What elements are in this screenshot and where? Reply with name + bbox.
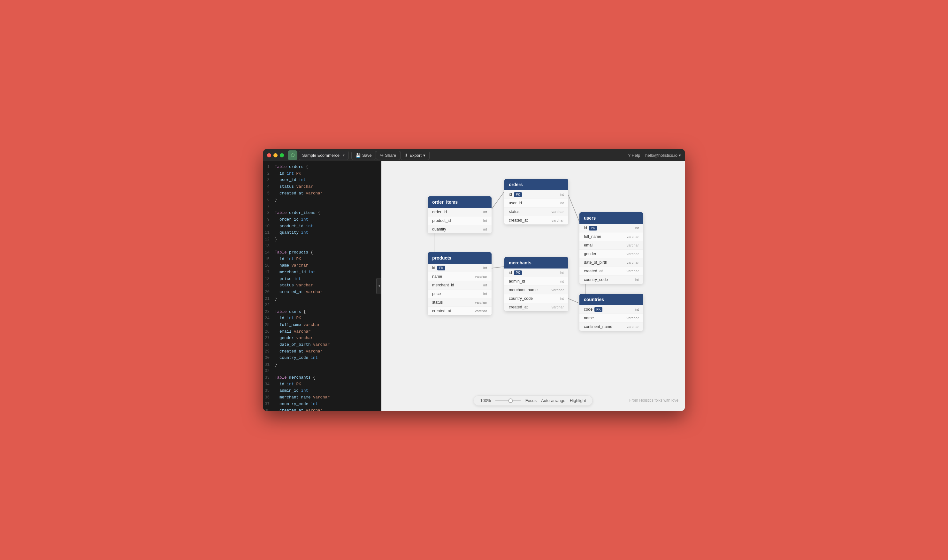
table-merchants[interactable]: merchantsidPKintadmin_idintmerchant_name… [504, 257, 568, 311]
question-icon: ? [628, 153, 630, 158]
collapse-editor-button[interactable]: ◀ [376, 278, 381, 294]
col-name: codePK [584, 307, 603, 312]
col-name: order_id [432, 210, 447, 214]
pk-badge: PK [589, 226, 597, 231]
svg-line-5 [568, 298, 580, 303]
col-name: continent_name [584, 325, 612, 329]
col-name: user_id [509, 201, 522, 205]
table-row: country_codeint [580, 275, 643, 284]
code-line: 37 country_code int [263, 401, 381, 408]
save-icon: 💾 [356, 153, 361, 158]
table-row: date_of_birthvarchar [580, 258, 643, 267]
maximize-button[interactable] [280, 153, 284, 157]
pk-badge: PK [437, 266, 445, 271]
col-type: varchar [475, 309, 487, 313]
table-row: statusvarchar [428, 298, 492, 307]
table-header-merchants: merchants [504, 257, 568, 269]
table-row: idPKint [504, 269, 568, 277]
table-row: country_codeint [504, 294, 568, 303]
code-line: 11 quantity int [263, 229, 381, 236]
focus-button[interactable]: Focus [526, 398, 536, 403]
col-name: created_at [509, 305, 528, 309]
chevron-down-icon: ▼ [342, 154, 345, 157]
table-users[interactable]: usersidPKintfull_namevarcharemailvarchar… [580, 212, 643, 284]
col-type: varchar [552, 210, 564, 214]
col-type: varchar [475, 275, 487, 278]
col-name: idPK [509, 192, 522, 197]
col-type: varchar [627, 260, 639, 265]
table-products[interactable]: productsidPKintnamevarcharmerchant_idint… [428, 252, 492, 315]
col-name: created_at [432, 309, 451, 313]
col-type: varchar [627, 325, 639, 329]
code-line: 10 product_id int [263, 223, 381, 230]
table-countries[interactable]: countriescodePKintnamevarcharcontinent_n… [580, 294, 643, 331]
app-window: ⬡ Sample Ecommerce ▼ 💾 Save ↪ Share ⬇ Ex… [263, 149, 685, 411]
table-row: merchant_idint [428, 281, 492, 289]
minimize-button[interactable] [273, 153, 277, 157]
svg-line-2 [568, 195, 580, 222]
table-row: admin_idint [504, 277, 568, 286]
code-line: 24 id int PK [263, 315, 381, 322]
col-name: price [432, 291, 441, 296]
col-type: varchar [627, 243, 639, 247]
col-type: int [560, 271, 564, 275]
col-name: status [509, 209, 519, 214]
col-type: int [635, 278, 639, 282]
code-line: 1Table orders { [263, 164, 381, 171]
code-line: 33Table merchants { [263, 374, 381, 381]
col-type: int [483, 266, 487, 270]
logo-icon: ⬡ [288, 150, 298, 160]
table-header-products: products [428, 252, 492, 264]
code-line: 21} [263, 295, 381, 302]
table-row: full_namevarchar [580, 232, 643, 241]
col-type: int [560, 279, 564, 283]
col-type: varchar [627, 252, 639, 256]
col-type: int [560, 297, 564, 300]
col-name: merchant_name [509, 288, 538, 292]
code-line: 3 user_id int [263, 177, 381, 183]
col-type: int [483, 283, 487, 287]
col-name: product_id [432, 218, 451, 223]
zoom-slider[interactable] [495, 400, 521, 402]
col-type: int [635, 308, 639, 311]
table-orders[interactable]: ordersidPKintuser_idintstatusvarcharcrea… [504, 179, 568, 225]
table-row: continent_namevarchar [580, 323, 643, 331]
diagram-canvas[interactable]: order_itemsorder_idintproduct_idintquant… [381, 161, 685, 411]
code-line: 32 [263, 368, 381, 374]
col-type: varchar [552, 218, 564, 222]
table-row: product_idint [428, 217, 492, 225]
table-row: statusvarchar [504, 208, 568, 216]
table-row: codePKint [580, 305, 643, 314]
code-line: 9 order_id int [263, 217, 381, 223]
code-line: 19 status varchar [263, 282, 381, 289]
col-name: status [432, 300, 443, 305]
share-button[interactable]: ↪ Share [376, 151, 401, 160]
chevron-export-icon: ▾ [423, 153, 425, 158]
table-row: quantityint [428, 225, 492, 233]
col-type: varchar [627, 269, 639, 273]
help-button[interactable]: ? Help [628, 153, 640, 158]
save-button[interactable]: 💾 Save [351, 151, 376, 160]
table-order_items[interactable]: order_itemsorder_idintproduct_idintquant… [428, 196, 492, 233]
table-row: created_atvarchar [504, 216, 568, 225]
project-selector[interactable]: Sample Ecommerce ▼ [299, 151, 349, 160]
project-name: Sample Ecommerce [302, 153, 339, 158]
zoom-level: 100% [480, 398, 490, 403]
table-row: gendervarchar [580, 250, 643, 258]
zoom-thumb [509, 398, 513, 403]
credit-text: From Holistics folks with love [629, 398, 678, 403]
code-line: 26 email varchar [263, 329, 381, 335]
highlight-button[interactable]: Highlight [570, 398, 586, 403]
code-line: 4 status varchar [263, 183, 381, 190]
code-line: 17 merchant_id int [263, 269, 381, 276]
pk-badge: PK [514, 192, 522, 197]
traffic-lights [267, 153, 284, 157]
table-row: idPKint [580, 224, 643, 232]
auto-arrange-button[interactable]: Auto-arrange [541, 398, 565, 403]
table-row: emailvarchar [580, 241, 643, 250]
table-row: namevarchar [580, 314, 643, 323]
user-menu[interactable]: hello@holistics.io ▾ [645, 153, 681, 158]
close-button[interactable] [267, 153, 271, 157]
export-button[interactable]: ⬇ Export ▾ [400, 151, 430, 160]
code-editor[interactable]: 1Table orders {2 id int PK3 user_id int4… [263, 161, 381, 411]
